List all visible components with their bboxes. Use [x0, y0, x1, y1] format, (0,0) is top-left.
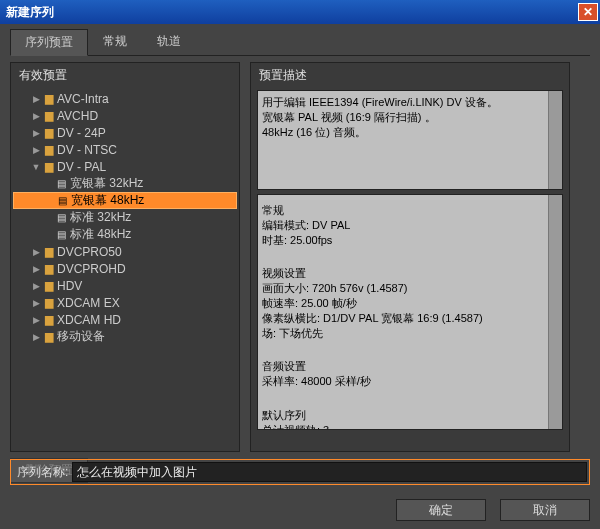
dialog-buttons: 确定 取消 — [396, 499, 590, 521]
folder-icon: ▆ — [45, 160, 53, 173]
general-heading: 常规 — [262, 203, 558, 218]
folder-icon: ▆ — [45, 143, 53, 156]
tree-folder[interactable]: ▶▆AVC-Intra — [13, 90, 237, 107]
folder-icon: ▆ — [45, 126, 53, 139]
tree-label: DV - 24P — [57, 126, 106, 140]
tree-preset[interactable]: ▤标准 48kHz — [13, 226, 237, 243]
tree-folder[interactable]: ▼▆DV - PAL — [13, 158, 237, 175]
folder-icon: ▆ — [45, 296, 53, 309]
presets-panel: 有效预置 ▶▆AVC-Intra ▶▆AVCHD ▶▆DV - 24P ▶▆DV… — [10, 62, 240, 452]
tree-label: DV - NTSC — [57, 143, 117, 157]
folder-icon: ▆ — [45, 330, 53, 343]
edit-mode: 编辑模式: DV PAL — [262, 218, 558, 233]
window-title: 新建序列 — [6, 4, 54, 21]
sequence-name-row: 序列名称: — [10, 459, 590, 485]
tree-label: 宽银幕 48kHz — [71, 192, 144, 209]
tree-label: XDCAM HD — [57, 313, 121, 327]
tree-label: DVCPRO50 — [57, 245, 122, 259]
description-top: 用于编辑 IEEE1394 (FireWire/i.LINK) DV 设备。 宽… — [257, 90, 563, 190]
tree-folder[interactable]: ▶▆移动设备 — [13, 328, 237, 345]
chevron-right-icon: ▶ — [31, 128, 41, 138]
tree-folder[interactable]: ▶▆DV - NTSC — [13, 141, 237, 158]
timebase: 时基: 25.00fps — [262, 233, 558, 248]
tree-label: AVCHD — [57, 109, 98, 123]
video-tracks: 总计视频轨: 3 — [262, 423, 558, 430]
chevron-right-icon: ▶ — [31, 145, 41, 155]
dialog-body: 序列预置 常规 轨道 有效预置 ▶▆AVC-Intra ▶▆AVCHD ▶▆DV… — [0, 24, 600, 529]
chevron-right-icon: ▶ — [31, 332, 41, 342]
folder-icon: ▆ — [45, 92, 53, 105]
folder-icon: ▆ — [45, 313, 53, 326]
preset-icon: ▤ — [57, 229, 66, 240]
folder-icon: ▆ — [45, 109, 53, 122]
desc-line: 宽银幕 PAL 视频 (16:9 隔行扫描) 。 — [262, 110, 558, 125]
tree-folder[interactable]: ▶▆XDCAM EX — [13, 294, 237, 311]
tree-folder[interactable]: ▶▆DV - 24P — [13, 124, 237, 141]
tree-folder[interactable]: ▶▆XDCAM HD — [13, 311, 237, 328]
description-title: 预置描述 — [251, 63, 569, 86]
tree-folder[interactable]: ▶▆HDV — [13, 277, 237, 294]
tree-folder[interactable]: ▶▆AVCHD — [13, 107, 237, 124]
tree-label: XDCAM EX — [57, 296, 120, 310]
sequence-name-label: 序列名称: — [13, 464, 72, 481]
close-button[interactable]: ✕ — [578, 3, 598, 21]
tree-preset-selected[interactable]: ▤宽银幕 48kHz — [13, 192, 237, 209]
chevron-right-icon: ▶ — [31, 94, 41, 104]
desc-line: 用于编辑 IEEE1394 (FireWire/i.LINK) DV 设备。 — [262, 95, 558, 110]
cancel-button[interactable]: 取消 — [500, 499, 590, 521]
preset-icon: ▤ — [57, 178, 66, 189]
tabs: 序列预置 常规 轨道 — [10, 28, 590, 56]
tree-label: DVCPROHD — [57, 262, 126, 276]
frame-rate: 帧速率: 25.00 帧/秒 — [262, 296, 558, 311]
chevron-right-icon: ▶ — [31, 247, 41, 257]
sequence-name-input[interactable] — [72, 462, 587, 482]
scrollbar[interactable] — [548, 91, 562, 189]
preset-tree[interactable]: ▶▆AVC-Intra ▶▆AVCHD ▶▆DV - 24P ▶▆DV - NT… — [11, 86, 239, 442]
tree-label: 移动设备 — [57, 328, 105, 345]
tree-label: 标准 32kHz — [70, 209, 131, 226]
preset-icon: ▤ — [58, 195, 67, 206]
description-bottom: 常规 编辑模式: DV PAL 时基: 25.00fps 视频设置 画面大小: … — [257, 194, 563, 430]
tab-general[interactable]: 常规 — [88, 28, 142, 55]
chevron-right-icon: ▶ — [31, 315, 41, 325]
default-seq-heading: 默认序列 — [262, 408, 558, 423]
tree-preset[interactable]: ▤宽银幕 32kHz — [13, 175, 237, 192]
tree-label: HDV — [57, 279, 82, 293]
tree-label: 标准 48kHz — [70, 226, 131, 243]
folder-icon: ▆ — [45, 262, 53, 275]
tab-presets[interactable]: 序列预置 — [10, 29, 88, 56]
chevron-right-icon: ▶ — [31, 298, 41, 308]
titlebar: 新建序列 ✕ — [0, 0, 600, 24]
chevron-right-icon: ▶ — [31, 264, 41, 274]
folder-icon: ▆ — [45, 279, 53, 292]
tree-label: AVC-Intra — [57, 92, 109, 106]
tree-folder[interactable]: ▶▆DVCPRO50 — [13, 243, 237, 260]
folder-icon: ▆ — [45, 245, 53, 258]
desc-line: 48kHz (16 位) 音频。 — [262, 125, 558, 140]
pixel-aspect: 像素纵横比: D1/DV PAL 宽银幕 16:9 (1.4587) — [262, 311, 558, 326]
preset-icon: ▤ — [57, 212, 66, 223]
chevron-right-icon: ▶ — [31, 281, 41, 291]
description-panel: 预置描述 用于编辑 IEEE1394 (FireWire/i.LINK) DV … — [250, 62, 570, 452]
ok-button[interactable]: 确定 — [396, 499, 486, 521]
tree-preset[interactable]: ▤标准 32kHz — [13, 209, 237, 226]
frame-size: 画面大小: 720h 576v (1.4587) — [262, 281, 558, 296]
tree-folder[interactable]: ▶▆DVCPROHD — [13, 260, 237, 277]
presets-title: 有效预置 — [11, 63, 239, 86]
video-heading: 视频设置 — [262, 266, 558, 281]
chevron-right-icon: ▶ — [31, 111, 41, 121]
audio-heading: 音频设置 — [262, 359, 558, 374]
sample-rate: 采样率: 48000 采样/秒 — [262, 374, 558, 389]
fields: 场: 下场优先 — [262, 326, 558, 341]
scrollbar[interactable] — [548, 195, 562, 429]
tree-label: DV - PAL — [57, 160, 106, 174]
tab-tracks[interactable]: 轨道 — [142, 28, 196, 55]
chevron-down-icon: ▼ — [31, 162, 41, 172]
tree-label: 宽银幕 32kHz — [70, 175, 143, 192]
